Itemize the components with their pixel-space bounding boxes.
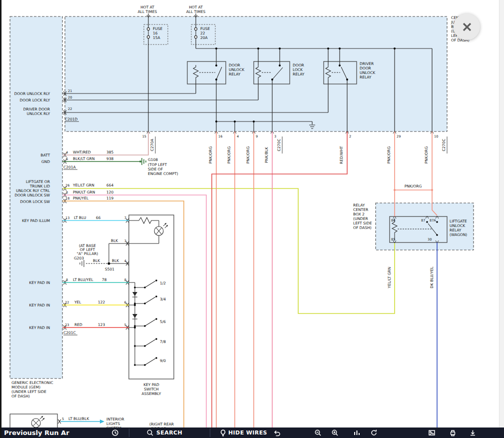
bulb-icon (219, 429, 227, 436)
svg-text:DOOR UNLOCK RLY: DOOR UNLOCK RLY (14, 92, 50, 96)
svg-text:78: 78 (102, 278, 107, 282)
svg-text:16: 16 (218, 134, 222, 138)
liftgate-unlock-relay-label: LIFTGATE (450, 219, 467, 224)
scrollbar-track[interactable] (499, 0, 504, 428)
svg-text:CENTER: CENTER (353, 208, 368, 212)
svg-text:29: 29 (397, 134, 401, 138)
svg-text:(RIGHT REAR: (RIGHT REAR (149, 422, 174, 426)
image-icon (428, 429, 436, 436)
zoom-out-button[interactable] (314, 429, 322, 436)
image-button[interactable] (428, 429, 436, 436)
svg-text:WHT/RED: WHT/RED (73, 150, 91, 154)
svg-text:86: 86 (391, 218, 395, 222)
rotate-button[interactable] (370, 429, 378, 436)
connector-c270c-1: C270C (277, 139, 281, 152)
bars-icon (353, 429, 361, 436)
search-button[interactable] (146, 429, 154, 436)
hide-wires-button[interactable] (219, 429, 227, 436)
close-button[interactable] (454, 14, 480, 40)
svg-text:385: 385 (106, 150, 114, 154)
svg-text:8: 8 (124, 278, 126, 282)
svg-text:RELAY: RELAY (229, 72, 241, 76)
zoom-in-button[interactable] (331, 429, 339, 436)
svg-text:OF DASH): OF DASH) (11, 394, 30, 398)
ground-g203-label: G203 (74, 256, 84, 260)
svg-text:BATT: BATT (40, 153, 50, 158)
svg-text:RELAY: RELAY (293, 72, 305, 76)
svg-text:KEY PAD ILLUM: KEY PAD ILLUM (22, 218, 50, 223)
svg-text:4: 4 (124, 259, 126, 263)
svg-text:119: 119 (106, 196, 114, 200)
svg-text:UNLOCK: UNLOCK (450, 224, 466, 228)
svg-text:15A: 15A (153, 36, 161, 40)
svg-text:TRUNK LID: TRUNK LID (29, 184, 50, 188)
close-icon (462, 22, 473, 32)
ground-g108-label: G108 (148, 158, 158, 162)
svg-text:6: 6 (124, 300, 126, 304)
svg-text:7: 7 (124, 216, 126, 220)
gem-module-box (10, 16, 62, 378)
svg-text:RELAY: RELAY (450, 228, 462, 232)
svg-text:PNK/LT GRN: PNK/LT GRN (73, 190, 95, 194)
bottom-toolbar: Previously Run Ar SEARCH HIDE WIRES (0, 428, 504, 438)
undo-icon (273, 429, 281, 436)
download-button[interactable] (469, 429, 477, 436)
svg-text:DOOR UNLOCK SW: DOOR UNLOCK SW (14, 193, 50, 198)
svg-text:ASSEMBLY: ASSEMBLY (142, 392, 161, 396)
svg-text:87: 87 (421, 218, 425, 222)
download-icon (469, 429, 477, 436)
svg-text:YEL/LT GRN: YEL/LT GRN (387, 267, 392, 289)
svg-text:BLK: BLK (93, 258, 100, 263)
svg-text:BOX 2: BOX 2 (353, 212, 365, 216)
svg-text:DOOR LOCK RLY: DOOR LOCK RLY (19, 98, 50, 102)
arrow-to-interior-lights (100, 420, 104, 424)
svg-text:13: 13 (65, 216, 69, 220)
svg-text:938: 938 (106, 156, 114, 161)
svg-text:YEL/LT GRN: YEL/LT GRN (72, 183, 94, 188)
svg-text:RED/WHT: RED/WHT (339, 146, 344, 164)
svg-text:85: 85 (391, 238, 395, 242)
svg-text:4: 4 (66, 150, 68, 154)
print-button[interactable] (449, 429, 457, 436)
levels-button[interactable] (353, 429, 361, 436)
svg-text:LEFT SIDE: LEFT SIDE (353, 221, 372, 226)
connector-c201c: C201C (63, 330, 76, 335)
connector-c270c-2: C270C (442, 139, 446, 152)
svg-text:PNK/ORG: PNK/ORG (208, 146, 213, 164)
zoom-in-icon (331, 429, 339, 436)
svg-text:KEY PAD IN: KEY PAD IN (29, 303, 50, 308)
svg-text:26: 26 (65, 184, 69, 188)
previously-run-label[interactable]: Previously Run Ar (4, 429, 69, 436)
history-button[interactable] (111, 429, 119, 436)
hot-at-2: HOT AT (189, 5, 203, 10)
svg-text:GND: GND (41, 160, 50, 164)
interior-lights-label: INTERIOR (106, 417, 124, 422)
svg-text:122: 122 (98, 300, 105, 304)
hide-wires-label[interactable]: HIDE WIRES (228, 430, 267, 436)
svg-text:(WAGON): (WAGON) (450, 232, 467, 237)
svg-text:4: 4 (237, 134, 239, 138)
search-label[interactable]: SEARCH (156, 430, 182, 436)
zoom-out-icon (314, 429, 322, 436)
undo-button[interactable] (273, 429, 281, 436)
svg-text:9/0: 9/0 (160, 358, 166, 363)
svg-text:"A" PILLAR): "A" PILLAR) (77, 252, 98, 256)
svg-text:3/4: 3/4 (160, 297, 166, 302)
toolbar-divider (129, 428, 129, 437)
gem-title: GENERIC ELECTRONIC (11, 380, 53, 385)
svg-text:16: 16 (153, 31, 158, 36)
pnk-org-jumper-label: PNK/ORG (405, 184, 422, 188)
svg-text:RELAY: RELAY (360, 75, 372, 80)
inline-connectors (58, 92, 129, 424)
hot-at-1: HOT AT (140, 5, 154, 10)
svg-text:DRIVER DOOR: DRIVER DOOR (23, 107, 50, 112)
diode (132, 292, 137, 296)
svg-text:123: 123 (98, 322, 105, 327)
svg-text:(UNDER LEFT SIDE: (UNDER LEFT SIDE (11, 390, 46, 394)
svg-text:1/2: 1/2 (160, 281, 166, 286)
svg-text:21: 21 (68, 89, 72, 93)
clock-icon (111, 429, 119, 436)
svg-text:ALL TIMES: ALL TIMES (138, 10, 157, 14)
fuse22-label: FUSE (200, 26, 210, 31)
connector-c270a: C270A (150, 138, 154, 152)
